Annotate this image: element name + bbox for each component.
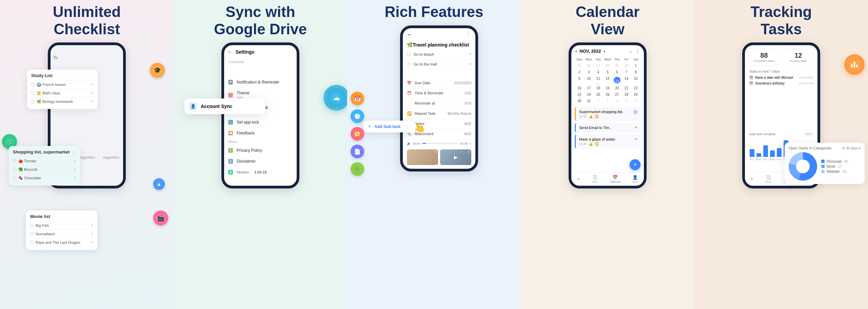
next-month-icon[interactable]: › [604, 49, 605, 54]
feature-repeat-icon: 🔁 [351, 127, 364, 141]
event-title: Supermarket shopping list. [579, 110, 637, 114]
remove-icon[interactable]: × [91, 232, 93, 236]
remove-icon[interactable]: × [91, 99, 94, 104]
remove-icon[interactable]: × [469, 52, 471, 56]
categories-donut-card[interactable]: Open Tasks in Categories In 30 days ▾ Pe… [785, 143, 865, 184]
user-icon: 👤 [189, 103, 197, 110]
task-row[interactable]: Go to the mall× [403, 59, 475, 69]
reminder-at-row[interactable]: Reminder at8:50 [403, 98, 475, 109]
remove-icon[interactable]: × [74, 159, 76, 163]
back-icon[interactable]: ← [228, 49, 232, 55]
settings-feedback[interactable]: 💬Feedback [224, 128, 297, 139]
shopping-item[interactable]: 🥦 Broccoli [18, 167, 37, 172]
feature-clock-icon: 🕒 [351, 109, 364, 123]
movie-badge-icon: 🎬 [153, 211, 168, 225]
checklist-title: 🌿Travel planning checklist [403, 41, 475, 50]
nav-menu[interactable]: ≡ [577, 177, 580, 182]
upcoming-task[interactable]: 🗓️Grandma's birthday12-25 17:30 [749, 80, 813, 86]
repeat-row[interactable]: 🔁Repeat TaskMonthly Repeat [403, 109, 475, 119]
remove-icon[interactable]: × [91, 82, 94, 87]
movie-item[interactable]: Nomadland [36, 232, 55, 236]
month-label[interactable]: NOV, 2022 [579, 49, 601, 54]
attachment-thumb[interactable]: ▶× [440, 149, 471, 165]
donut-legend: Personal40 Work17 Wishlist16 [821, 158, 848, 175]
donut-title: Open Tasks in Categories [789, 146, 831, 150]
event-card[interactable]: Have a glass of water. ⚑ 14:45🔔🔁 [575, 134, 640, 148]
close-icon[interactable]: × [468, 150, 470, 154]
nav-tasks[interactable]: 🗒️Tasks [765, 175, 772, 183]
bell-icon: 🔔 [589, 115, 593, 118]
stats-badge-icon [844, 54, 865, 75]
settings-disclaimer[interactable]: ℹ️Disclaimer [224, 156, 297, 167]
phone-mock-4: ‹ NOV, 2022 › ⌄⋮ SunMonTueWedThuFriSat 2… [569, 42, 647, 188]
study-badge-icon: 🎓 [150, 63, 165, 78]
plus-icon: ＋ [368, 124, 372, 129]
pending-stat: 12 Pending Tasks [783, 49, 814, 66]
nav-calendar[interactable]: 📅Calendar [610, 175, 620, 183]
due-date-row[interactable]: 📅Due Date23/12/2023 [403, 78, 475, 88]
add-subtask-button[interactable]: ＋ Add Sub-task [363, 121, 416, 132]
study-item[interactable]: 🌿 Biology homework [37, 99, 73, 104]
panel3-title: Rich Features [385, 3, 484, 21]
attachment-thumb[interactable]: × [407, 149, 438, 165]
section-customize: Customize [224, 59, 297, 65]
study-title: Study List [31, 73, 94, 78]
calendar-grid[interactable]: SunMonTueWedThuFriSat 2526272829301 2345… [571, 57, 644, 105]
bell-icon: 🔔 [589, 142, 593, 146]
bar-filter-dropdown[interactable]: All ▾ [804, 132, 813, 136]
close-icon[interactable]: × [470, 142, 471, 145]
time-reminder-row[interactable]: ⏰Time & Reminder8:55 [403, 88, 475, 98]
audio-player[interactable]: 🔊 00:00 00:49 × [403, 139, 475, 148]
shopping-list-card[interactable]: Shopping list, supermarket ⋮ 🍅 Tomato× 🥦… [9, 146, 80, 185]
prev-month-icon[interactable]: ‹ [575, 49, 577, 54]
more-icon[interactable]: ⋮ [72, 151, 76, 156]
more-icon[interactable]: ⋮ [466, 32, 471, 38]
movie-item[interactable]: Raya and The Last Dragon [36, 240, 80, 244]
shopping-title: Shopping list, supermarket [13, 149, 70, 154]
remove-icon[interactable]: × [91, 223, 93, 228]
remove-icon[interactable]: × [74, 167, 76, 172]
movie-list-card[interactable]: Movie list Big Fish× Nomadland× Raya and… [26, 211, 97, 250]
nav-menu[interactable]: ≡ [751, 177, 753, 182]
movie-item[interactable]: Big Fish [36, 223, 49, 228]
settings-notification[interactable]: 🔔Notification & Reminder [224, 77, 297, 88]
flag-icon[interactable]: ⚑ [634, 137, 638, 142]
shopping-item[interactable]: 🍫 Chocolate [18, 176, 41, 180]
remove-icon[interactable]: × [91, 240, 93, 245]
chevron-down-icon[interactable]: ⌄ [629, 49, 632, 54]
kb-suggestion: suggestion [103, 156, 119, 159]
task-icon: 🗓️ [749, 81, 753, 85]
study-list-card[interactable]: Study List 🌍 French lesson× 📒 Math class… [27, 70, 98, 109]
more-icon[interactable]: ⋮ [636, 49, 640, 54]
range-dropdown[interactable]: In 30 days ▾ [842, 146, 861, 150]
settings-privacy[interactable]: 🛡️Privacy Policy [224, 145, 297, 156]
donut-chart [789, 152, 817, 181]
remove-icon[interactable]: × [91, 91, 94, 95]
event-card[interactable]: Send Email to Tim. ⚑ [575, 123, 640, 132]
phone-mock-3: ← ⋮ 🌿Travel planning checklist Go to bea… [400, 25, 478, 171]
svg-rect-2 [856, 65, 857, 68]
event-card[interactable]: Supermarket shopping list. 3 12:30🔔🔁 [575, 107, 640, 121]
nav-badge-icon: ▲ [153, 178, 165, 190]
next-tasks-title: Tasks in next 7 days [749, 70, 813, 73]
study-item[interactable]: 🌍 French lesson [37, 83, 66, 87]
cloud-sync-icon: ☁ [323, 85, 347, 111]
nav-tasks[interactable]: 🗒️Tasks [591, 175, 598, 183]
account-sync-card[interactable]: 👤 Account Sync [184, 98, 265, 114]
shopping-item[interactable]: 🍅 Tomato [18, 159, 36, 163]
remove-icon[interactable]: × [469, 62, 471, 66]
flag-icon[interactable]: ⚑ [634, 126, 638, 130]
nav-mine[interactable]: 👤Mine [632, 175, 638, 183]
task-row[interactable]: Go to beach× [403, 50, 475, 59]
remove-icon[interactable]: × [74, 176, 76, 180]
back-icon[interactable]: ← [407, 32, 412, 38]
version-row: ⬇Version :1.03.15 [224, 167, 297, 178]
settings-applock[interactable]: 🔒Set app lock [224, 117, 297, 128]
study-item[interactable]: 📒 Math class [37, 91, 60, 95]
phone-mock-2: ← Settings Customize 🔔Notification & Rem… [221, 42, 299, 188]
close-icon[interactable]: × [435, 150, 437, 154]
add-fab-button[interactable]: + [630, 159, 640, 170]
upcoming-task[interactable]: 🗓️Have a date with Michael12-26 09:30 [749, 75, 813, 80]
feature-notes-icon: 📄 [351, 145, 364, 158]
completed-stat: 88 Completed Tasks [748, 49, 780, 66]
